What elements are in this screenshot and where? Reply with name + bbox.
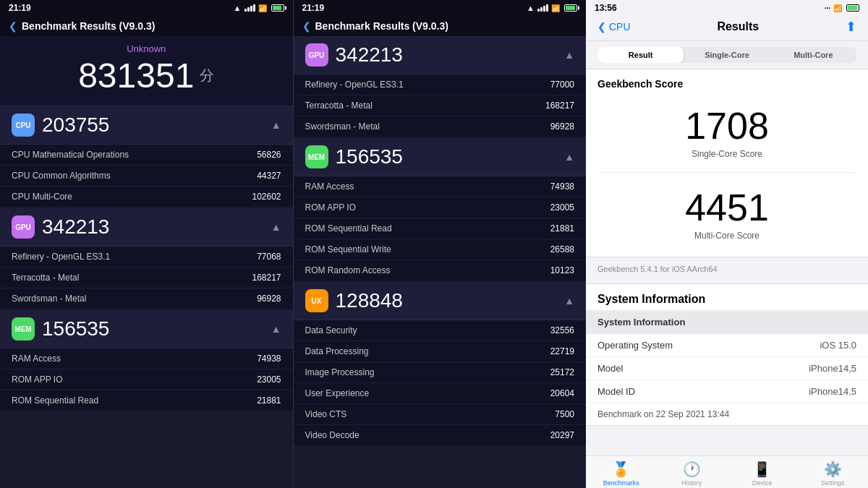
geekbench-title: Geekbench Score: [597, 78, 856, 90]
info-val-os: iOS 15.0: [820, 340, 856, 351]
back-button-left[interactable]: ❮: [9, 20, 17, 32]
segment-control[interactable]: Result Single-Core Multi-Core: [597, 47, 856, 63]
bar1-mid: [537, 9, 540, 12]
ux-header-mid[interactable]: UX 128848 ▲: [294, 282, 587, 320]
mem-score-mid: 156535: [336, 145, 403, 168]
system-info-card: System Information System Information Op…: [586, 283, 868, 426]
mem-badge: MEM: [12, 317, 35, 341]
info-section-label: System Information: [597, 317, 685, 328]
bench-name: Terracotta - Metal: [12, 273, 79, 283]
bench-val: 102602: [252, 192, 281, 202]
bench-val: 96928: [257, 294, 281, 304]
table-row: ROM Sequential Read 21881: [0, 390, 293, 411]
bench-val: 44327: [257, 171, 281, 181]
mem-header-mid[interactable]: MEM 156535 ▲: [294, 138, 587, 176]
bench-name: Data Security: [305, 325, 357, 335]
bar3-mid: [543, 6, 545, 12]
nav-title-left: Benchmark Results (V9.0.3): [22, 20, 155, 32]
info-key-model: Model: [597, 363, 623, 374]
bench-name: CPU Mathematical Operations: [12, 150, 129, 160]
bench-name: ROM Sequential Write: [305, 244, 391, 254]
bench-val: 168217: [252, 273, 281, 283]
table-row: Swordsman - Metal 96928: [0, 288, 293, 309]
bench-val: 25172: [550, 367, 574, 377]
left-scroll-area[interactable]: CPU 203755 ▲ CPU Mathematical Operations…: [0, 106, 293, 488]
bar4-mid: [546, 4, 548, 12]
bar4: [253, 4, 255, 12]
bench-val: 23005: [550, 202, 574, 213]
bench-name: CPU Multi-Core: [12, 192, 72, 202]
info-row-os: Operating System iOS 15.0: [586, 333, 868, 356]
ux-badge-mid: UX: [305, 289, 328, 312]
share-icon[interactable]: ⬆: [846, 19, 856, 35]
bench-name: CPU Common Algorithms: [12, 171, 111, 181]
bench-val: 77000: [550, 80, 574, 90]
bench-val: 21881: [550, 223, 574, 234]
mem-header[interactable]: MEM 156535 ▲: [0, 310, 293, 348]
battery-left: [271, 4, 284, 12]
wifi-icon-mid: 📶: [551, 4, 560, 12]
nav-device[interactable]: 📱 Device: [727, 461, 798, 487]
gpu-header[interactable]: GPU 342213 ▲: [0, 208, 293, 247]
table-row: CPU Multi-Core 102602: [0, 187, 293, 207]
benchmarks-icon: 🏅: [612, 461, 630, 478]
bench-name: RAM Access: [305, 181, 354, 192]
status-icons-mid: ▲ 📶: [527, 4, 577, 12]
nav-settings[interactable]: ⚙️ Settings: [798, 461, 869, 487]
main-score-value: 831351: [78, 56, 194, 95]
mem-label-mid: MEM: [308, 153, 325, 161]
mem-score: 156535: [42, 317, 109, 341]
single-core-score: 1708: [597, 104, 856, 147]
table-row: ROM Sequential Read 21881: [294, 218, 587, 239]
bench-name: Swordsman - Metal: [305, 121, 380, 132]
mem-section: MEM 156535 ▲ RAM Access 74938 ROM APP IO…: [0, 310, 293, 411]
mid-scroll-area[interactable]: GPU 342213 ▲ Refinery - OpenGL ES3.1 770…: [294, 36, 587, 488]
gpu-badge-mid: GPU: [305, 43, 328, 67]
cpu-badge-label: CPU: [15, 121, 30, 129]
status-icons-right: ··· 📶: [825, 4, 859, 12]
battery-fill-left: [273, 6, 282, 10]
gpu-header-mid[interactable]: GPU 342213 ▲: [294, 36, 587, 74]
info-row-model-id: Model ID iPhone14,5: [586, 380, 868, 403]
table-row: CPU Common Algorithms 44327: [0, 166, 293, 187]
mem-section-mid: MEM 156535 ▲ RAM Access 74938 ROM APP IO…: [294, 138, 587, 281]
info-val-model: iPhone14,5: [809, 363, 856, 374]
panel-right: 13:56 ··· 📶 ❮ CPU Results ⬆ Result Singl…: [586, 0, 868, 488]
benchmarks-label: Benchmarks: [603, 479, 639, 487]
segment-single-core[interactable]: Single-Core: [684, 47, 770, 63]
mem-chevron-mid: ▲: [564, 151, 574, 163]
table-row: Video Decode 20297: [294, 425, 587, 445]
back-label-right[interactable]: CPU: [609, 21, 631, 33]
ux-label-mid: UX: [312, 297, 322, 305]
status-bar-left: 21:19 ▲ 📶: [0, 0, 293, 16]
segment-result[interactable]: Result: [597, 47, 684, 63]
time-right: 13:56: [595, 3, 617, 13]
table-row: ROM Sequential Write 26588: [294, 239, 587, 260]
ux-chevron-mid: ▲: [564, 295, 574, 307]
bench-val: 21881: [257, 395, 281, 406]
nav-history[interactable]: 🕐 History: [657, 461, 728, 487]
time-mid: 21:19: [302, 3, 325, 13]
table-row: Data Processing 22719: [294, 341, 587, 362]
settings-label: Settings: [821, 479, 845, 487]
segment-multi-core[interactable]: Multi-Core: [770, 47, 856, 63]
bench-val: 77068: [257, 252, 281, 262]
multi-core-score-display: 4451 Multi-Core Score: [597, 179, 856, 248]
bench-val: 20604: [550, 388, 574, 398]
bench-val: 56826: [257, 150, 281, 160]
battery-mid: [564, 4, 577, 12]
cpu-header[interactable]: CPU 203755 ▲: [0, 106, 293, 145]
gpu-badge: GPU: [12, 215, 35, 239]
back-button-right[interactable]: ❮: [597, 21, 606, 33]
ux-section-mid: UX 128848 ▲ Data Security 32556 Data Pro…: [294, 282, 587, 445]
right-scroll-area[interactable]: Result Single-Core Multi-Core Geekbench …: [586, 41, 868, 455]
table-row: ROM APP IO 23005: [0, 369, 293, 390]
nav-title-right: Results: [717, 20, 759, 33]
table-row: CPU Mathematical Operations 56826: [0, 145, 293, 166]
wifi-icon-left: 📶: [258, 4, 267, 12]
bench-val: 26588: [550, 244, 574, 254]
gpu-badge-label: GPU: [15, 223, 31, 231]
back-button-mid[interactable]: ❮: [302, 20, 311, 32]
nav-left-group: ❮ CPU: [597, 21, 631, 33]
nav-benchmarks[interactable]: 🏅 Benchmarks: [586, 461, 657, 487]
